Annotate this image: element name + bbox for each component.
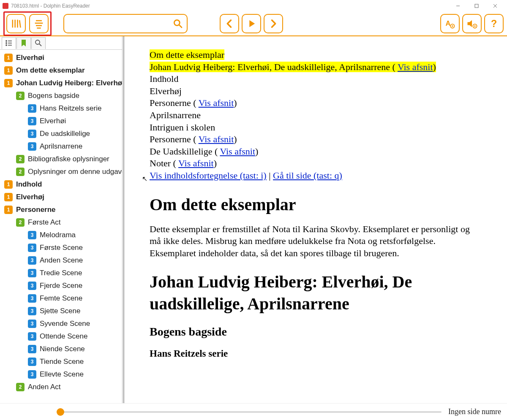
level-badge: 1 [4, 180, 13, 189]
tree-item[interactable]: 1Johan Ludvig Heiberg: Elverhøi, De uads… [2, 77, 122, 89]
tree-item-label: Tredie Scene [40, 269, 82, 277]
show-toc-link[interactable]: Vis indholdsfortegnelse (tast: i) [150, 170, 267, 181]
tree-item[interactable]: 3Ellevte Scene [2, 368, 122, 381]
tree-item[interactable]: 3Melodrama [2, 229, 122, 241]
tree-item[interactable]: 1Indhold [2, 178, 122, 191]
search-group [63, 14, 188, 33]
help-button[interactable]: ? [484, 14, 504, 33]
tree-item[interactable]: 3Femte Scene [2, 292, 122, 305]
maximize-button[interactable] [467, 0, 486, 12]
tree-item-label: Niende Scene [40, 345, 85, 353]
tree-item[interactable]: 3Anden Scene [2, 254, 122, 267]
tree-item[interactable]: 3Hans Reitzels serie [2, 102, 122, 115]
play-button[interactable] [242, 14, 261, 33]
tree-item[interactable]: 3Niende Scene [2, 343, 122, 355]
goto-page-link[interactable]: Gå til side (tast: q) [273, 170, 342, 181]
svg-line-13 [179, 25, 182, 28]
tree-item[interactable]: 3Første Scene [2, 241, 122, 254]
level-badge: 3 [28, 231, 36, 239]
toc-button[interactable] [29, 14, 49, 33]
tree-item[interactable]: 3De uadskillelige [2, 127, 122, 140]
level-badge: 3 [28, 320, 36, 328]
nav-links: Vis indholdsfortegnelse (tast: i) | Gå t… [150, 170, 482, 182]
level-badge: 1 [4, 206, 13, 214]
svg-marker-18 [468, 20, 472, 27]
svg-rect-1 [475, 4, 478, 8]
show-section-link[interactable]: Vis afsnit [178, 158, 214, 168]
tree-item-label: Johan Ludvig Heiberg: Elverhøi, De uadsk… [16, 79, 122, 87]
tree-item-label: Elverhøj [16, 193, 44, 201]
heading-2: Bogens bagside [150, 324, 482, 339]
level-badge: 3 [28, 345, 36, 353]
tab-bookmarks[interactable] [16, 37, 31, 49]
level-badge: 3 [28, 358, 36, 366]
tree-item[interactable]: 2Bogens bagside [2, 89, 122, 102]
tree-item[interactable]: 1Elverhøi [2, 51, 122, 64]
show-section-link[interactable]: Vis afsnit [220, 146, 255, 157]
close-button[interactable] [486, 0, 504, 12]
library-button[interactable] [6, 14, 26, 33]
tree-item[interactable]: 3Ottende Scene [2, 330, 122, 343]
tree-item-label: Femte Scene [40, 294, 82, 303]
tree-item-label: Bibliografiske oplysninger [28, 155, 109, 163]
tree-item[interactable]: 3Fjerde Scene [2, 279, 122, 292]
body-paragraph: Dette eksemplar er fremstillet af Nota t… [150, 223, 482, 260]
app-icon [3, 3, 8, 9]
tree-item[interactable]: 1Personerne [2, 203, 122, 216]
tree-item-label: Indhold [16, 180, 42, 189]
page-number-label: Ingen side numre [448, 407, 501, 416]
tree-item-label: Personerne [16, 206, 56, 214]
tree-item[interactable]: 3Syvende Scene [2, 317, 122, 330]
show-section-link[interactable]: Vis afsnit [398, 62, 433, 72]
show-section-link[interactable]: Vis afsnit [199, 134, 234, 144]
tree-item[interactable]: 2Anden Act [2, 381, 122, 393]
show-section-link[interactable]: Vis afsnit [199, 98, 234, 108]
tree-item-label: Oplysninger om denne udgave [28, 168, 122, 176]
audio-settings-button[interactable] [462, 14, 482, 33]
search-button[interactable] [169, 14, 188, 33]
level-badge: 1 [4, 79, 13, 87]
tree-item[interactable]: 3Aprilsnarrene [2, 140, 122, 153]
next-button[interactable] [264, 14, 283, 33]
prev-button[interactable] [220, 14, 239, 33]
tree-item-label: De uadskillelige [40, 130, 90, 138]
tree-item[interactable]: 2Første Act [2, 216, 122, 229]
svg-text:?: ? [491, 18, 497, 29]
reading-pane[interactable]: Om dette eksemplar Johan Ludvig Heiberg:… [124, 36, 507, 403]
tree-item[interactable]: 3Tiende Scene [2, 355, 122, 368]
tree-item-label: Sjette Scene [40, 307, 80, 315]
text-settings-button[interactable]: A [440, 14, 460, 33]
tab-headings[interactable] [2, 37, 16, 49]
tree-item[interactable]: 3Sjette Scene [2, 305, 122, 317]
titlebar: 708103.html - Dolphin EasyReader [0, 0, 507, 12]
navigation-tree[interactable]: 1Elverhøi1Om dette eksemplar1Johan Ludvi… [0, 50, 122, 403]
tree-item[interactable]: 3Elverhøi [2, 115, 122, 127]
svg-marker-14 [249, 20, 255, 27]
tree-item[interactable]: 1Om dette eksemplar [2, 64, 122, 77]
tree-item[interactable]: 1Elverhøj [2, 191, 122, 203]
level-badge: 3 [28, 269, 36, 277]
level-badge: 3 [28, 130, 36, 138]
level-badge: 2 [16, 92, 25, 100]
svg-point-24 [6, 43, 7, 43]
minimize-button[interactable] [449, 0, 467, 12]
toc-line: Indhold [150, 73, 482, 85]
level-badge: 3 [28, 307, 36, 315]
tree-item-label: Første Scene [40, 244, 83, 252]
tree-item-label: Bogens bagside [28, 92, 79, 100]
tree-item-label: Anden Act [28, 383, 61, 391]
slider-thumb[interactable] [57, 408, 64, 416]
level-badge: 3 [28, 282, 36, 290]
tab-search[interactable] [31, 37, 46, 49]
position-slider[interactable] [57, 411, 442, 413]
side-tabbar [0, 36, 122, 50]
tree-item[interactable]: 3Tredie Scene [2, 267, 122, 279]
tree-item[interactable]: 2Bibliografiske oplysninger [2, 153, 122, 165]
svg-line-29 [39, 44, 41, 46]
search-input[interactable] [63, 14, 169, 33]
svg-point-12 [174, 20, 180, 25]
toc-line: Intriguen i skolen [150, 122, 482, 134]
tree-item[interactable]: 2Oplysninger om denne udgave [2, 165, 122, 178]
level-badge: 3 [28, 370, 36, 379]
highlighted-heading: Om dette eksemplar [150, 49, 224, 60]
